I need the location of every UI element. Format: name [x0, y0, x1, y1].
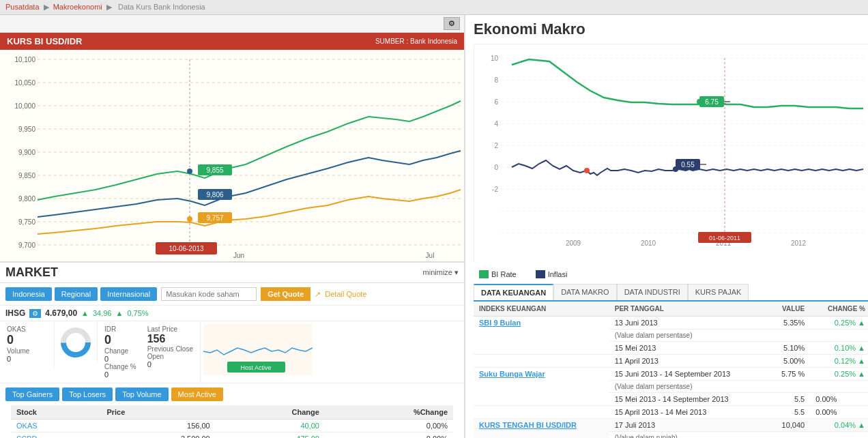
svg-text:Host Active: Host Active: [240, 364, 271, 371]
sbi-link[interactable]: SBI 9 Bulan: [479, 319, 521, 327]
open-value: 0: [147, 360, 193, 368]
svg-text:2009: 2009: [566, 239, 581, 247]
sbi-chg-0: 0.25% ▲: [810, 317, 868, 330]
tab-most-active[interactable]: Most Active: [171, 388, 223, 401]
ihsg-value: 4.679,00: [45, 308, 77, 318]
svg-text:4: 4: [494, 120, 498, 128]
birate-legend-icon: [479, 270, 489, 278]
svg-text:9,757: 9,757: [206, 214, 223, 222]
legend-birate: BI Rate: [479, 270, 517, 278]
kurs-tengah-link[interactable]: KURS TENGAH BI USD/IDR: [479, 421, 577, 429]
tab-regional[interactable]: Regional: [55, 287, 98, 301]
svg-point-59: [697, 99, 702, 104]
svg-text:2010: 2010: [641, 239, 656, 247]
th-indeks: INDEKS KEUANGAN: [474, 302, 609, 317]
stock-price-1: 3.500,00: [101, 433, 215, 439]
legend-inflasi: Inflasi: [536, 270, 568, 278]
tab-indonesia[interactable]: Indonesia: [5, 287, 52, 301]
tab-top-gainers[interactable]: Top Gainers: [5, 388, 59, 401]
svg-text:2: 2: [494, 142, 498, 149]
svg-text:-2: -2: [492, 186, 498, 193]
sbi-val-1: 5.10%: [767, 342, 810, 355]
svg-text:9,950: 9,950: [18, 126, 35, 133]
suku-bunga-link[interactable]: Suku Bunga Wajar: [479, 370, 545, 378]
col-pct: %Change: [325, 405, 453, 420]
tab-top-losers[interactable]: Top Losers: [62, 388, 113, 401]
sb-date-2-empty: [474, 406, 609, 419]
table-row: 15 April 2013 - 14 Mei 2013 5.5 0.00%: [474, 406, 868, 419]
sbi-chg-1: 0.10% ▲: [810, 342, 868, 355]
tab-top-volume[interactable]: Top Volume: [115, 388, 168, 401]
stock-name-0[interactable]: OKAS: [11, 420, 101, 433]
stock-change-1: 475,00: [216, 433, 325, 439]
keuangan-table: INDEKS KEUANGAN PER TANGGAL VALUE CHANGE…: [474, 302, 868, 438]
sbi-date-0: 13 Juni 2013: [609, 317, 768, 330]
macro-chart: 10 8 6 4 2 0 -2 2009 2010 2011 2012: [474, 44, 868, 262]
svg-text:9,700: 9,700: [18, 242, 35, 249]
table-row: 11 April 2013 5.00% 0.12% ▲: [474, 355, 868, 368]
svg-text:10,050: 10,050: [14, 79, 35, 87]
svg-text:6.75: 6.75: [705, 98, 719, 106]
sb-val-2: 5.5: [767, 406, 810, 419]
sb-chg-2: 0.00%: [810, 406, 868, 419]
ihsg-pct: 0,75%: [127, 309, 148, 317]
breadcrumb-sep-2: ▶: [106, 3, 114, 11]
table-row: OKAS 156,00 40,00 0,00%: [11, 420, 453, 433]
breadcrumb-link-pusatdata[interactable]: Pusatdata: [5, 3, 40, 11]
breadcrumb-link-makro[interactable]: Makroekonomi: [53, 3, 102, 11]
svg-text:Jul: Jul: [426, 252, 435, 259]
stock-table: Stock Price Change %Change OKAS 156,00 4…: [11, 405, 453, 438]
changepct-label: Change %: [104, 363, 136, 370]
ihsg-up-icon: ▲: [81, 309, 89, 317]
tab-data-industri[interactable]: DATA INDUSTRI: [617, 284, 688, 300]
idr-value: 0: [104, 333, 136, 347]
svg-text:01-06-2011: 01-06-2011: [709, 235, 740, 242]
stock-pct-1: 0,00%: [325, 433, 453, 439]
kt-date-0: 17 Juli 2013: [609, 419, 768, 432]
sbi-chg-2: 0.12% ▲: [810, 355, 868, 368]
ihsg-pct-arrow: ▲: [115, 309, 123, 317]
tab-data-makro[interactable]: DATA MAKRO: [553, 284, 617, 300]
ihsg-settings-icon[interactable]: ⚙: [29, 309, 41, 318]
kt-chg-0: 0.04% ▲: [810, 419, 868, 432]
kt-val-0: 10,040: [767, 419, 810, 432]
data-keuangan-tabs: DATA KEUANGAN DATA MAKRO DATA INDUSTRI K…: [474, 284, 868, 302]
sb-date-0: 15 Juni 2013 - 14 September 2013: [609, 368, 768, 381]
sb-val-0: 5.75 %: [767, 368, 810, 381]
detail-icon: ↗: [315, 290, 321, 299]
sbi-date-2: 11 April 2013: [609, 355, 768, 368]
svg-text:0: 0: [494, 164, 498, 171]
svg-point-28: [187, 169, 192, 174]
prevclose-label: Previous Close: [147, 345, 193, 353]
table-row: SBI 9 Bulan 13 Juni 2013 5.35% 0.25% ▲: [474, 317, 868, 330]
table-row: Suku Bunga Wajar 15 Juni 2013 - 14 Septe…: [474, 368, 868, 381]
ihsg-change: 34,96: [93, 309, 112, 317]
svg-text:9,750: 9,750: [18, 218, 35, 226]
lastprice-value: 156: [147, 333, 193, 345]
tab-kurs-pajak[interactable]: KURS PAJAK: [688, 284, 749, 300]
svg-text:0.55: 0.55: [681, 161, 695, 169]
changepct-value: 0: [104, 370, 136, 379]
chart-settings-button[interactable]: ⚙: [444, 17, 460, 30]
svg-text:Jun: Jun: [233, 252, 244, 259]
tab-internasional[interactable]: Internasional: [100, 287, 157, 301]
tab-data-keuangan[interactable]: DATA KEUANGAN: [474, 284, 553, 300]
get-quote-button[interactable]: Get Quote: [261, 287, 310, 301]
volume-label: Volume: [7, 347, 47, 355]
minimize-button[interactable]: minimize ▾: [423, 268, 459, 277]
change-label: Change: [104, 347, 136, 355]
detail-quote-link[interactable]: Detail Quote: [325, 290, 366, 298]
svg-text:6: 6: [494, 98, 498, 106]
breadcrumb-current: Data Kurs Bank Indonesia: [118, 3, 205, 11]
market-header: MARKET minimize ▾: [0, 263, 464, 283]
stock-name-1[interactable]: SCBD: [11, 433, 101, 439]
okas-label: OKAS: [7, 325, 47, 333]
breadcrumb: Pusatdata ▶ Makroekonomi ▶ Data Kurs Ban…: [0, 0, 868, 15]
open-label: Open: [147, 353, 193, 360]
th-tanggal: PER TANGGAL: [609, 302, 768, 317]
stock-pct-0: 0,00%: [325, 420, 453, 433]
stock-search-input[interactable]: [161, 287, 257, 301]
chart-header: KURS BI USD/IDR SUMBER : Bank Indonesia: [0, 33, 464, 50]
svg-text:10-06-2013: 10-06-2013: [169, 245, 204, 252]
volume-value: 0: [7, 355, 47, 363]
